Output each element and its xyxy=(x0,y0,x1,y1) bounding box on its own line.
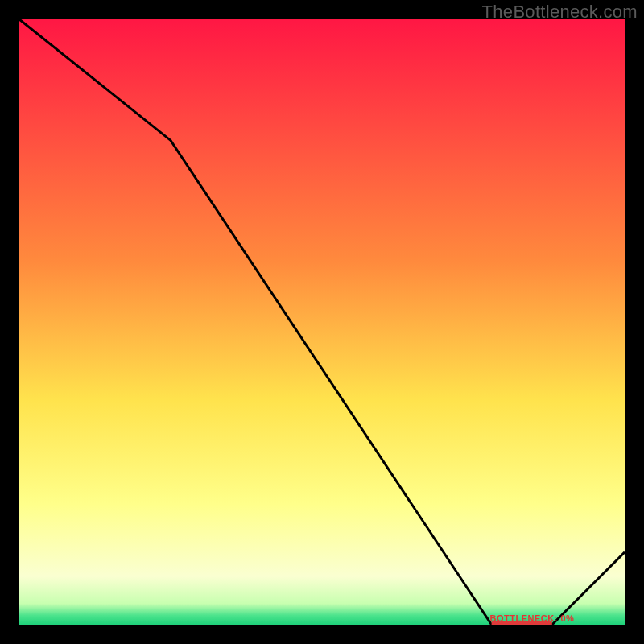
chart-background-gradient xyxy=(19,19,625,625)
watermark-text: TheBottleneck.com xyxy=(482,2,638,23)
bottleneck-marker-label: BOTTLENECK: 0% xyxy=(490,613,575,623)
chart-svg xyxy=(19,19,625,625)
chart-plot-area: BOTTLENECK: 0% xyxy=(19,19,625,625)
